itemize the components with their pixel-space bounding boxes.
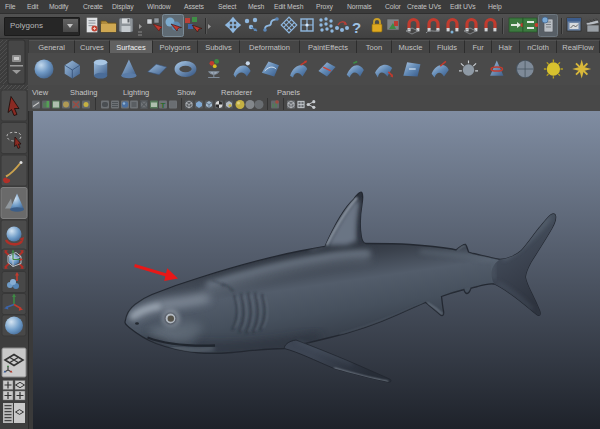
svg-text:?: ? [352, 19, 361, 36]
svg-text:T: T [161, 101, 166, 110]
